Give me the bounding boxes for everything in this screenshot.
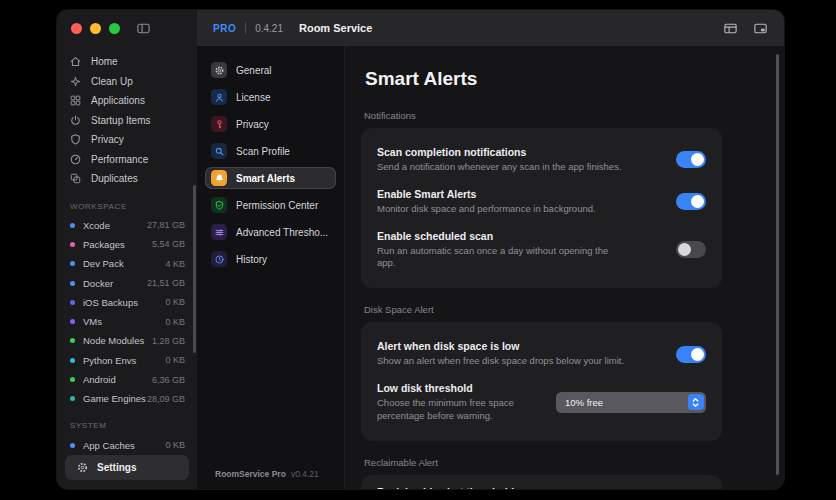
workspace-item-android[interactable]: Android6,36 GB: [70, 370, 185, 389]
workspace-item-size: 1,28 GB: [152, 336, 185, 346]
search-icon: [211, 143, 227, 159]
workspace-item-size: 0 KB: [165, 317, 185, 327]
sidebar: Home Clean Up Applications Startup Items…: [57, 10, 197, 489]
setting-title: Alert when disk space is low: [377, 340, 624, 352]
sidebar-item-clean-up[interactable]: Clean Up: [67, 72, 187, 92]
setting-title: Enable Smart Alerts: [377, 188, 596, 200]
settings-nav-smart-alerts[interactable]: Smart Alerts: [205, 167, 336, 189]
workspace-item-size: 0 KB: [165, 355, 185, 365]
reclaimable-section-label: Reclaimable Alert: [364, 457, 722, 468]
sidebar-item-home[interactable]: Home: [67, 52, 187, 72]
setting-row-low-disk-threshold: Low disk threshold Choose the minimum fr…: [377, 375, 706, 430]
workspace-item-size: 4 KB: [165, 259, 185, 269]
gear-icon: [211, 62, 227, 78]
workspace-item-name: Dev Pack: [83, 258, 124, 269]
color-dot: [70, 300, 75, 305]
workspace-item-name: Android: [83, 374, 116, 385]
workspace-item-name: Game Engines: [83, 393, 146, 404]
setting-row-enable-smart-alerts: Enable Smart Alerts Monitor disk space a…: [377, 181, 706, 223]
clock-icon: [211, 251, 227, 267]
main-scrollbar[interactable]: [776, 54, 779, 475]
workspace-item-node-modules[interactable]: Node Modules1,28 GB: [70, 331, 185, 350]
settings-nav-label: Advanced Thresho...: [236, 227, 328, 238]
settings-button-label: Settings: [97, 462, 136, 473]
smart-alerts-toggle[interactable]: [676, 193, 706, 210]
home-icon: [69, 55, 82, 68]
settings-nav-privacy[interactable]: Privacy: [205, 113, 336, 135]
setting-row-scan-completion: Scan completion notifications Send a not…: [377, 139, 706, 181]
settings-nav-general[interactable]: General: [205, 59, 336, 81]
workspace-item-dev-pack[interactable]: Dev Pack4 KB: [70, 254, 185, 273]
settings-nav-permission-center[interactable]: Permission Center: [205, 194, 336, 216]
workspace-item-ios-backups[interactable]: iOS Backups0 KB: [70, 293, 185, 312]
workspace-section-label: WORKSPACE: [57, 202, 197, 211]
workspace-item-name: Node Modules: [83, 335, 144, 346]
sidebar-item-privacy[interactable]: Privacy: [67, 130, 187, 150]
workspace-item-python-envs[interactable]: Python Envs0 KB: [70, 351, 185, 370]
settings-nav-scan-profile[interactable]: Scan Profile: [205, 140, 336, 162]
settings-nav-label: Permission Center: [236, 200, 318, 211]
workspace-item-vms[interactable]: VMs0 KB: [70, 312, 185, 331]
right-area: PRO 0.4.21 Room Service General License: [197, 10, 784, 489]
sidebar-item-applications[interactable]: Applications: [67, 91, 187, 111]
page-title: Smart Alerts: [365, 68, 722, 90]
sidebar-scrollbar[interactable]: [193, 185, 196, 353]
color-dot: [70, 242, 75, 247]
workspace-item-name: iOS Backups: [83, 297, 138, 308]
main-panel: Smart Alerts Notifications Scan completi…: [345, 46, 784, 489]
workspace-item-size: 21,51 GB: [147, 278, 185, 288]
columns-view-icon[interactable]: [723, 21, 738, 36]
workspace-item-size: 6,36 GB: [152, 375, 185, 385]
titlebar: PRO 0.4.21 Room Service: [197, 10, 784, 46]
settings-nav-advanced-thresholds[interactable]: Advanced Thresho...: [205, 221, 336, 243]
workspace-item-game-engines[interactable]: Game Engines28,09 GB: [70, 389, 185, 408]
settings-nav-license[interactable]: License: [205, 86, 336, 108]
sidebar-item-duplicates[interactable]: Duplicates: [67, 169, 187, 189]
workspace-item-xcode[interactable]: Xcode27,81 GB: [70, 216, 185, 235]
new-window-icon[interactable]: [753, 21, 768, 36]
setting-text: Enable scheduled scan Run an automatic s…: [377, 230, 627, 271]
workspace-item-size: 27,81 GB: [147, 220, 185, 230]
sidebar-item-label: Privacy: [91, 134, 124, 145]
sidebar-item-label: Startup Items: [91, 115, 150, 126]
settings-nav-label: History: [236, 254, 267, 265]
setting-title: Low disk threshold: [377, 382, 536, 394]
workspace-item-name: Docker: [83, 278, 113, 289]
workspace-item-name: VMs: [83, 316, 102, 327]
pro-badge: PRO: [213, 23, 236, 34]
scheduled-scan-toggle[interactable]: [676, 241, 706, 258]
low-disk-threshold-select[interactable]: 10% free: [556, 392, 706, 413]
setting-desc: Run an automatic scan once a day without…: [377, 245, 627, 271]
gear-icon: [76, 461, 89, 474]
sidebar-item-performance[interactable]: Performance: [67, 150, 187, 170]
workspace-item-size: 5,54 GB: [152, 239, 185, 249]
shield-check-icon: [211, 197, 227, 213]
workspace-item-docker[interactable]: Docker21,51 GB: [70, 273, 185, 292]
system-item-app-caches[interactable]: App Caches0 KB: [70, 435, 185, 454]
low-disk-alert-toggle[interactable]: [676, 346, 706, 363]
gauge-icon: [69, 153, 82, 166]
select-stepper-icon: [688, 394, 704, 410]
sidebar-item-label: Clean Up: [91, 76, 133, 87]
titlebar-actions: [723, 21, 768, 36]
close-button[interactable]: [71, 23, 82, 34]
workspace-item-packages[interactable]: Packages5,54 GB: [70, 235, 185, 254]
scan-completion-toggle[interactable]: [676, 151, 706, 168]
zoom-button[interactable]: [109, 23, 120, 34]
sidebar-toggle-icon[interactable]: [136, 21, 151, 36]
reclaimable-card: Reclaimable alert threshold Get notified…: [361, 475, 722, 489]
settings-nav-history[interactable]: History: [205, 248, 336, 270]
workspace-item-size: 28,09 GB: [147, 394, 185, 404]
color-dot: [70, 377, 75, 382]
sidebar-item-startup-items[interactable]: Startup Items: [67, 111, 187, 131]
setting-title: Enable scheduled scan: [377, 230, 627, 242]
minimize-button[interactable]: [90, 23, 101, 34]
setting-text: Enable Smart Alerts Monitor disk space a…: [377, 188, 596, 216]
workspace-list: Xcode27,81 GB Packages5,54 GB Dev Pack4 …: [57, 216, 197, 409]
settings-nav-label: License: [236, 92, 270, 103]
sliders-icon: [211, 224, 227, 240]
system-list: App Caches0 KB: [57, 435, 197, 454]
settings-button[interactable]: Settings: [65, 455, 189, 480]
color-dot: [70, 443, 75, 448]
select-value: 10% free: [565, 397, 603, 408]
